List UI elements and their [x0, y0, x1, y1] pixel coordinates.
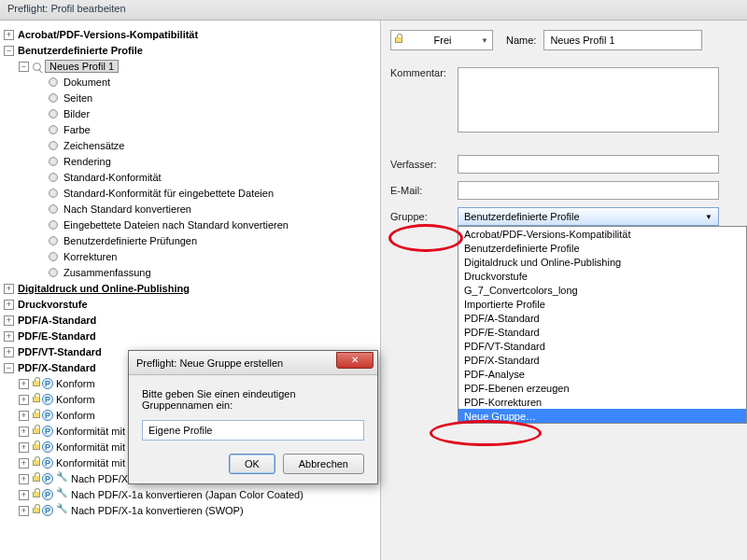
tree-category[interactable]: PDF/VT-Standard — [18, 346, 102, 357]
tree-item[interactable]: Farbe — [63, 124, 91, 135]
dropdown-option[interactable]: PDF/A-Standard — [458, 311, 746, 325]
tree-item[interactable]: Benutzerdefinierte Prüfungen — [63, 235, 197, 246]
lock-icon — [33, 381, 40, 386]
tree-profile-selected[interactable]: Neues Profil 1 — [45, 60, 119, 73]
dropdown-option-new-group[interactable]: Neue Gruppe… — [458, 409, 746, 423]
tree-item[interactable]: Nach Standard konvertieren — [63, 203, 191, 215]
status-dot-icon — [49, 77, 58, 87]
tree-item[interactable]: Rendering — [63, 156, 111, 167]
email-input[interactable] — [458, 181, 719, 200]
expander-icon[interactable]: + — [19, 411, 29, 421]
dropdown-option[interactable]: PDF-Analyse — [458, 367, 746, 381]
tree-item[interactable]: Standard-Konformität — [63, 172, 162, 183]
profile-p-icon: P — [42, 473, 53, 484]
lock-status-combo[interactable]: Frei ▼ — [390, 30, 493, 50]
dropdown-option[interactable]: PDF/VT-Standard — [458, 339, 746, 353]
tree-category[interactable]: Acrobat/PDF-Versions-Kompatibilität — [18, 29, 198, 40]
tree-item[interactable]: Nach PDF/X-1a konvertieren (Japan Color … — [71, 489, 303, 500]
expander-icon[interactable]: + — [19, 474, 29, 484]
tree-item[interactable]: Zeichensätze — [63, 140, 124, 151]
tree-item[interactable]: Nach PDF/X-1a konvertieren (SWOP) — [71, 505, 244, 516]
cancel-button[interactable]: Abbrechen — [283, 454, 364, 474]
group-selected-value: Benutzerdefinierte Profile — [464, 211, 580, 222]
expander-icon[interactable]: + — [4, 300, 14, 310]
expander-icon[interactable]: + — [19, 379, 29, 389]
dropdown-option[interactable]: PDF/X-Standard — [458, 353, 746, 367]
expander-icon[interactable]: + — [19, 395, 29, 405]
dropdown-option[interactable]: Acrobat/PDF-Versions-Kompatibilität — [458, 227, 746, 241]
dropdown-option[interactable]: Druckvorstufe — [458, 269, 746, 283]
tree-item[interactable]: Seiten — [63, 92, 92, 104]
tree-category[interactable]: PDF/X-Standard — [18, 362, 96, 373]
tree-item[interactable]: Zusammenfassung — [63, 267, 151, 278]
dropdown-option[interactable]: Digitaldruck und Online-Publishing — [458, 255, 746, 269]
profile-p-icon: P — [42, 426, 53, 437]
author-label: Verfasser: — [390, 159, 458, 170]
expander-icon[interactable]: + — [19, 442, 29, 453]
magnifier-icon — [33, 63, 41, 71]
dialog-title: Preflight: Neue Gruppe erstellen — [136, 357, 283, 369]
tree-item[interactable]: Konform — [56, 410, 95, 421]
expander-icon[interactable]: + — [4, 315, 14, 326]
chevron-down-icon: ▼ — [481, 36, 488, 45]
status-dot-icon — [49, 236, 58, 245]
lock-icon — [33, 413, 40, 418]
status-dot-icon — [49, 173, 58, 182]
wrench-icon — [56, 473, 67, 484]
group-dropdown[interactable]: Benutzerdefinierte Profile ▼ Acrobat/PDF… — [458, 207, 719, 226]
tree-item[interactable]: Eingebettete Dateien nach Standard konve… — [63, 219, 289, 231]
tree-item[interactable]: Korrekturen — [63, 251, 117, 262]
expander-icon[interactable]: + — [19, 490, 29, 500]
window-titlebar: Preflight: Profil bearbeiten — [0, 0, 747, 21]
tree-category[interactable]: Digitaldruck und Online-Publishing — [18, 283, 190, 294]
profile-p-icon: P — [42, 378, 53, 389]
status-dot-icon — [49, 252, 58, 261]
ok-button[interactable]: OK — [229, 454, 275, 474]
author-input[interactable] — [458, 155, 719, 174]
tree-item[interactable]: Bilder — [63, 108, 90, 119]
expander-icon[interactable]: − — [4, 46, 14, 56]
tree-item[interactable]: Konform — [56, 394, 95, 405]
expander-icon[interactable]: + — [19, 427, 29, 437]
expander-icon[interactable]: + — [4, 347, 14, 357]
tree-category[interactable]: PDF/A-Standard — [18, 315, 96, 326]
tree-item[interactable]: Konform — [56, 378, 95, 389]
dropdown-option[interactable]: PDF-Ebenen erzeugen — [458, 381, 746, 395]
tree-category[interactable]: Benutzerdefinierte Profile — [18, 45, 143, 56]
group-dropdown-list[interactable]: Acrobat/PDF-Versions-Kompatibilität Benu… — [458, 226, 747, 424]
expander-icon[interactable]: + — [4, 331, 14, 342]
wrench-icon — [56, 489, 67, 500]
email-label: E-Mail: — [390, 185, 458, 196]
profile-p-icon: P — [42, 441, 53, 453]
expander-icon[interactable]: + — [4, 284, 14, 294]
expander-icon[interactable]: + — [4, 30, 14, 40]
expander-icon[interactable]: + — [19, 506, 29, 516]
tree-item[interactable]: Dokument — [63, 77, 110, 88]
expander-icon[interactable]: − — [19, 62, 29, 72]
lock-icon — [33, 428, 40, 434]
status-dot-icon — [49, 220, 58, 230]
dropdown-option[interactable]: Importierte Profile — [458, 297, 746, 311]
profile-name-input[interactable] — [543, 30, 702, 50]
dialog-prompt: Bitte geben Sie einen eindeutigen Gruppe… — [142, 388, 364, 411]
dropdown-option[interactable]: PDF/E-Standard — [458, 325, 746, 339]
group-name-input[interactable] — [142, 420, 364, 441]
lock-icon — [33, 492, 40, 497]
group-label: Gruppe: — [390, 211, 458, 222]
dialog-titlebar[interactable]: Preflight: Neue Gruppe erstellen ✕ — [129, 351, 377, 375]
dropdown-option[interactable]: G_7_Convertcolors_long — [458, 283, 746, 297]
tree-category[interactable]: PDF/E-Standard — [18, 330, 96, 342]
close-button[interactable]: ✕ — [336, 352, 374, 369]
dropdown-option[interactable]: PDF-Korrekturen — [458, 395, 746, 409]
status-dot-icon — [49, 204, 58, 214]
dropdown-option[interactable]: Benutzerdefinierte Profile — [458, 241, 746, 255]
comment-textarea[interactable] — [458, 67, 719, 133]
group-dropdown-header[interactable]: Benutzerdefinierte Profile ▼ — [458, 207, 719, 226]
lock-icon — [33, 444, 40, 450]
tree-item[interactable]: Standard-Konformität für eingebettete Da… — [63, 188, 274, 199]
tree-category[interactable]: Druckvorstufe — [18, 299, 88, 310]
lock-icon — [33, 476, 40, 482]
expander-icon[interactable]: + — [19, 458, 29, 469]
expander-icon[interactable]: − — [4, 363, 14, 373]
status-dot-icon — [49, 157, 58, 166]
